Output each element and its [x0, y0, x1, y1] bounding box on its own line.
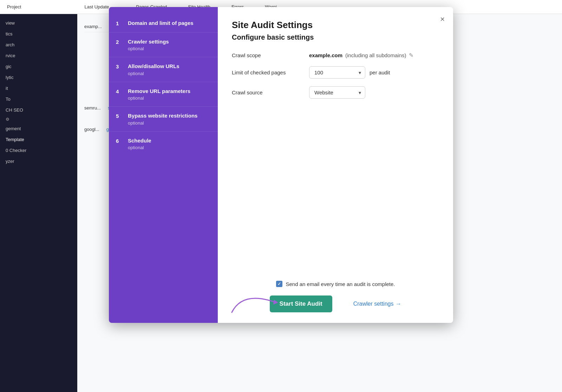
limit-pages-row: Limit of checked pages 100 500 1000 5000… [232, 66, 439, 79]
crawl-scope-value: example.com (including all subdomains) ✎ [309, 52, 413, 59]
step-title-1: Domain and limit of pages [128, 20, 194, 27]
nav-item-6[interactable]: 6 Schedule optional [109, 132, 218, 156]
crawl-source-label: Crawl source [232, 89, 302, 95]
step-sub-2: optional [128, 46, 169, 51]
bg-sidebar-view: view [0, 18, 77, 28]
bg-sidebar-it: it [0, 83, 77, 94]
step-title-3: Allow/disallow URLs [128, 63, 179, 70]
step-title-4: Remove URL parameters [128, 88, 190, 95]
step-title-2: Crawler settings [128, 38, 169, 45]
modal-footer: Send an email every time an audit is com… [232, 267, 439, 312]
crawler-settings-text: Crawler settings [353, 301, 394, 307]
step-sub-4: optional [128, 95, 190, 101]
bg-sidebar-rvice: rvice [0, 50, 77, 61]
bg-sidebar-analyzer: yzer [0, 156, 77, 167]
limit-pages-label: Limit of checked pages [232, 69, 302, 75]
bg-sidebar-gic: gic [0, 61, 77, 72]
bg-sidebar-checker: 0 Checker [0, 145, 77, 156]
modal-subtitle: Configure basic settings [232, 33, 439, 41]
nav-item-3[interactable]: 3 Allow/disallow URLs optional [109, 57, 218, 82]
nav-item-4[interactable]: 4 Remove URL parameters optional [109, 82, 218, 107]
bg-sidebar-to: To [0, 94, 77, 105]
bg-sidebar: view tics arch rvice gic lytic it To CH … [0, 14, 77, 392]
crawl-domain: example.com [309, 52, 342, 58]
step-sub-3: optional [128, 71, 179, 76]
crawl-scope-row: Crawl scope example.com (including all s… [232, 52, 439, 59]
bg-col-project: Project [7, 4, 21, 9]
crawl-scope-label: Crawl scope [232, 52, 302, 58]
crawler-settings-link[interactable]: Crawler settings → [353, 301, 401, 307]
close-button[interactable]: × [439, 14, 446, 25]
bg-sidebar-arch: arch [0, 39, 77, 50]
bg-sidebar-template: Template [0, 134, 77, 145]
step-sub-6: optional [128, 145, 151, 150]
bg-sidebar-seo: CH SEO [0, 105, 77, 115]
bg-sidebar-gear1: ⚙ [6, 117, 9, 122]
step-num-4: 4 [116, 88, 123, 94]
crawl-source-wrapper: Website Sitemap Both [309, 86, 365, 99]
step-num-3: 3 [116, 64, 123, 69]
site-audit-modal: 1 Domain and limit of pages 2 Crawler se… [109, 7, 453, 323]
action-row: Start Site Audit Crawler settings → [232, 295, 439, 312]
step-num-5: 5 [116, 113, 123, 119]
bg-cell-googl1: googl... [84, 127, 99, 132]
step-title-6: Schedule [128, 137, 151, 144]
modal-sidebar: 1 Domain and limit of pages 2 Crawler se… [109, 7, 218, 323]
bg-sidebar-tics: tics [0, 28, 77, 39]
step-num-1: 1 [116, 20, 123, 26]
modal-right-content: × Site Audit Settings Configure basic se… [218, 7, 453, 323]
email-label: Send an email every time an audit is com… [286, 281, 395, 287]
arrow-right-icon: → [396, 301, 401, 307]
step-title-5: Bypass website restrictions [128, 112, 197, 119]
limit-select-wrapper: 100 500 1000 5000 10000 20000 50000 1000… [309, 66, 365, 79]
bg-sidebar-management: gement [0, 123, 77, 134]
edit-domain-icon[interactable]: ✎ [409, 52, 413, 59]
nav-item-2[interactable]: 2 Crawler settings optional [109, 33, 218, 58]
svg-marker-0 [273, 300, 278, 305]
nav-item-1[interactable]: 1 Domain and limit of pages [109, 14, 218, 33]
per-audit-text: per audit [370, 69, 390, 75]
modal-title: Site Audit Settings [232, 20, 439, 31]
arrow-annotation [221, 284, 299, 316]
nav-item-5[interactable]: 5 Bypass website restrictions optional [109, 107, 218, 132]
step-num-2: 2 [116, 39, 123, 45]
limit-select[interactable]: 100 500 1000 5000 10000 20000 50000 1000… [309, 66, 365, 79]
crawl-source-select[interactable]: Website Sitemap Both [309, 86, 365, 99]
bg-cell-semru1: semru... [84, 105, 101, 111]
crawl-source-row: Crawl source Website Sitemap Both [232, 86, 439, 99]
crawl-domain-suffix: (including all subdomains) [345, 52, 406, 58]
bg-sidebar-lytic: lytic [0, 72, 77, 83]
step-sub-5: optional [128, 120, 197, 126]
step-num-6: 6 [116, 138, 123, 144]
